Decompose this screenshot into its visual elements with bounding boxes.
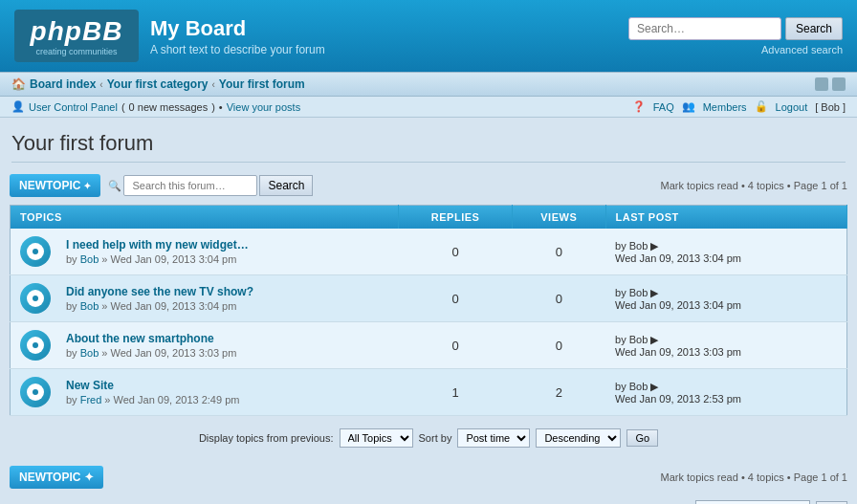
topic-cell: New Site by Fred » Wed Jan 09, 2013 2:49… [56,369,399,416]
sort-label: Sort by [419,432,452,444]
topic-cell: Did anyone see the new TV show? by Bob »… [56,275,399,322]
forum-search-input[interactable] [123,175,257,196]
toolbar-sep: • [741,180,748,191]
change-icon [815,77,828,91]
topic-cell: I need help with my new widget… by Bob »… [56,229,399,275]
bottom-sep: • [741,471,748,483]
topics-table: TOPICS REPLIES VIEWS LAST POST I need he… [10,205,847,416]
board-title: My Board [150,16,325,41]
breadcrumb-icons [815,77,846,91]
topic-meta: by Fred » Wed Jan 09, 2013 2:49 pm [66,394,389,405]
topic-icon-cell [11,229,57,275]
members-link[interactable]: Members [703,101,747,113]
mark-topics-link[interactable]: Mark topics read [661,180,738,191]
topic-views: 0 [512,275,605,322]
topic-lastpost: by Bob ▶ Wed Jan 09, 2013 2:53 pm [605,369,846,416]
topic-title[interactable]: Did anyone see the new TV show? [66,285,253,298]
topic-title[interactable]: I need help with my new widget… [66,238,249,252]
topic-icon-inner [27,337,44,354]
breadcrumb-category[interactable]: Your first category [107,77,209,91]
topic-author[interactable]: Bob [80,253,99,265]
topic-views: 2 [512,369,605,416]
search-row: Search [628,17,843,40]
logout-link[interactable]: Logout [776,101,808,113]
bottom-topics-count: 4 topics [748,471,784,483]
table-header: TOPICS REPLIES VIEWS LAST POST [11,206,847,230]
board-title-area: My Board A short text to describe your f… [150,16,325,56]
faq-link[interactable]: FAQ [653,101,674,113]
nav-left: 👤 User Control Panel (0 new messages) • … [11,100,300,113]
navbar: 👤 User Control Panel (0 new messages) • … [0,97,857,118]
new-topic-star-icon: ✦ [83,181,91,191]
search-button[interactable]: Search [785,17,843,40]
table-row: Did anyone see the new TV show? by Bob »… [11,275,847,322]
filter-go-button[interactable]: Go [626,429,658,447]
table-row: I need help with my new widget… by Bob »… [11,229,847,275]
topics-tbody: I need help with my new widget… by Bob »… [11,229,847,416]
search-input[interactable] [628,17,781,40]
jump-select[interactable]: Your first forum [695,500,810,504]
topic-icon-dot [33,249,38,254]
lastpost-arrow: ▶ [650,287,658,298]
order-select[interactable]: Descending [536,428,621,448]
topic-icon-cell [11,369,57,416]
toolbar-sep2: • [787,180,794,191]
logo-text: phpBB [31,16,123,47]
filter-topics-select[interactable]: All Topics [340,428,413,448]
topic-meta: by Bob » Wed Jan 09, 2013 3:04 pm [66,253,389,265]
bottom-toolbar: NEWTOPIC ✦ Mark topics read • 4 topics •… [0,460,857,494]
user-label: [ Bob ] [815,101,846,113]
faq-icon: ❓ [632,100,646,113]
topic-views: 0 [512,229,605,275]
breadcrumb: 🏠 Board index ‹ Your first category ‹ Yo… [11,77,305,91]
topic-icon-cell [11,275,57,322]
new-topic-bottom-star-icon: ✦ [84,471,94,484]
ucp-icon: 👤 [11,100,25,113]
forum-title: Your first forum [11,131,846,163]
breadcrumb-icon: 🏠 [11,77,26,91]
view-posts-link[interactable]: View your posts [227,101,300,113]
topic-icon [20,330,51,361]
new-topic-button[interactable]: NEWTOPIC ✦ [10,174,100,197]
sort-select[interactable]: Post time [457,428,530,448]
logo-sub: creating communities [35,47,117,56]
table-row: About the new smartphone by Bob » Wed Ja… [11,322,847,369]
col-replies: REPLIES [399,206,513,230]
topic-author[interactable]: Fred [80,394,102,405]
jump-right: Jump to: Your first forum Go [649,500,847,504]
topic-author[interactable]: Bob [80,347,99,359]
advanced-search-link[interactable]: Advanced search [761,44,843,55]
table-row: New Site by Fred » Wed Jan 09, 2013 2:49… [11,369,847,416]
topic-lastpost: by Bob ▶ Wed Jan 09, 2013 3:04 pm [605,229,846,275]
topic-replies: 0 [399,229,513,275]
forum-search-button[interactable]: Search [259,175,313,196]
topic-cell: About the new smartphone by Bob » Wed Ja… [56,322,399,369]
nav-sep2: ) [211,101,215,113]
topic-author[interactable]: Bob [80,300,99,312]
topic-icon-inner [27,243,44,260]
topic-title[interactable]: New Site [66,379,114,392]
filter-label: Display topics from previous: [199,432,334,444]
new-topic-bottom-button[interactable]: NEWTOPIC ✦ [10,466,103,489]
topic-lastpost: by Bob ▶ Wed Jan 09, 2013 3:03 pm [605,322,846,369]
ucp-link[interactable]: User Control Panel [29,101,118,113]
page-info: Page 1 of 1 [794,180,847,191]
topic-icon-dot [33,342,38,348]
new-topic-bottom-label: NEWTOPIC [19,471,80,484]
breadcrumb-bar: 🏠 Board index ‹ Your first category ‹ Yo… [0,72,857,97]
expand-icon [832,77,846,91]
lastpost-arrow: ▶ [650,334,658,345]
topic-icon [20,377,51,407]
topic-meta: by Bob » Wed Jan 09, 2013 3:03 pm [66,347,389,359]
bottom-toolbar-right: Mark topics read • 4 topics • Page 1 of … [661,471,847,483]
breadcrumb-forum[interactable]: Your first forum [219,77,305,91]
bottom-page-info: Page 1 of 1 [794,471,847,483]
topic-title[interactable]: About the new smartphone [66,332,214,345]
breadcrumb-board-index[interactable]: Board index [30,77,96,91]
nav-right: ❓ FAQ 👥 Members 🔓 Logout [ Bob ] [632,100,846,113]
forum-heading: Your first forum [0,118,857,170]
topic-icon-inner [27,290,44,307]
topic-views: 0 [512,322,605,369]
topic-icon-dot [33,296,38,301]
bottom-mark-topics-link[interactable]: Mark topics read [661,471,738,483]
